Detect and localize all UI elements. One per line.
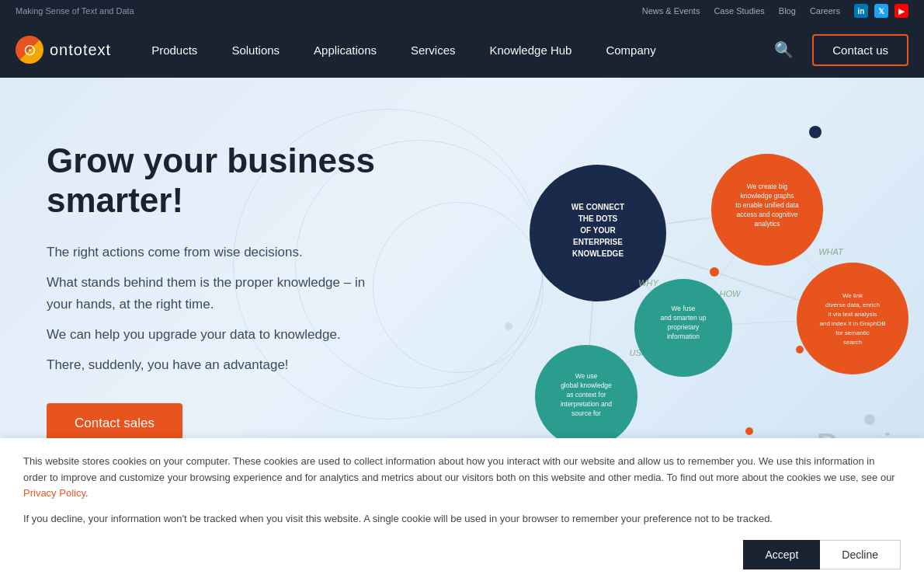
- social-icons: in 𝕏 ▶: [854, 4, 908, 18]
- nav-item-solutions[interactable]: Solutions: [214, 22, 297, 78]
- cookie-text-2: If you decline, your information won't b…: [23, 511, 901, 528]
- svg-text:ENTERPRISE: ENTERPRISE: [573, 238, 623, 246]
- hero-text-1: The right actions come from wise decisio…: [47, 242, 388, 263]
- hero-text-2: What stands behind them is the proper kn…: [47, 272, 388, 314]
- svg-text:and smarten up: and smarten up: [660, 314, 706, 322]
- svg-text:as context for: as context for: [566, 391, 606, 399]
- svg-text:interpretation and: interpretation and: [561, 400, 612, 408]
- cookie-text-1: This website stores cookies on your comp…: [23, 454, 901, 502]
- svg-text:WHAT: WHAT: [818, 247, 844, 256]
- nav-case-studies[interactable]: Case Studies: [714, 6, 764, 16]
- nav-item-applications[interactable]: Applications: [297, 22, 394, 78]
- navbar: ontotext Products Solutions Applications…: [0, 22, 924, 78]
- youtube-icon[interactable]: ▶: [894, 4, 908, 18]
- svg-point-9: [710, 267, 719, 277]
- logo[interactable]: ontotext: [16, 36, 111, 64]
- svg-text:OF YOUR: OF YOUR: [580, 226, 616, 235]
- cookie-accept-button[interactable]: Accept: [743, 540, 820, 569]
- linkedin-icon[interactable]: in: [854, 4, 868, 18]
- svg-text:and index it in GraphDB: and index it in GraphDB: [820, 320, 886, 327]
- nav-right: 🔍 Contact us: [768, 34, 908, 66]
- svg-text:search: search: [843, 339, 862, 346]
- cookie-decline-button[interactable]: Decline: [820, 540, 901, 569]
- svg-text:We create big: We create big: [747, 183, 788, 190]
- nav-blog[interactable]: Blog: [779, 6, 796, 16]
- svg-text:to enable unified data: to enable unified data: [735, 201, 799, 209]
- svg-text:proprietary: proprietary: [668, 323, 700, 331]
- svg-text:diverse data, enrich: diverse data, enrich: [825, 301, 880, 308]
- svg-point-10: [796, 346, 804, 353]
- nav-item-services[interactable]: Services: [394, 22, 473, 78]
- svg-text:WHY: WHY: [638, 278, 658, 287]
- svg-point-14: [505, 322, 512, 330]
- hero-title: Grow your business smarter!: [47, 141, 388, 220]
- top-bar-links: News & Events Case Studies Blog Careers …: [642, 4, 908, 18]
- svg-text:WE CONNECT: WE CONNECT: [571, 203, 624, 211]
- twitter-icon[interactable]: 𝕏: [874, 4, 888, 18]
- nav-news[interactable]: News & Events: [642, 6, 700, 16]
- svg-point-8: [809, 126, 822, 138]
- svg-text:source for: source for: [571, 409, 601, 417]
- tagline: Making Sense of Text and Data: [16, 6, 134, 16]
- svg-text:global knowledge: global knowledge: [561, 381, 612, 389]
- contact-us-button[interactable]: Contact us: [812, 34, 908, 66]
- svg-text:access and cognitive: access and cognitive: [737, 211, 798, 218]
- hero-content: Grow your business smarter! The right ac…: [0, 141, 435, 444]
- search-icon[interactable]: 🔍: [768, 34, 800, 65]
- svg-point-13: [864, 414, 875, 425]
- hero-text-4: There, suddenly, you have an advantage!: [47, 354, 388, 375]
- svg-text:THE DOTS: THE DOTS: [578, 214, 618, 223]
- svg-text:HOW: HOW: [720, 289, 742, 298]
- svg-text:We use: We use: [575, 372, 598, 380]
- nav-links: Products Solutions Applications Services…: [134, 22, 768, 78]
- nav-careers[interactable]: Careers: [810, 6, 840, 16]
- svg-text:KNOWLEDGE: KNOWLEDGE: [572, 249, 624, 258]
- nav-item-company[interactable]: Company: [589, 22, 672, 78]
- nav-item-knowledge-hub[interactable]: Knowledge Hub: [473, 22, 589, 78]
- hero-text-3: We can help you upgrade your data to kno…: [47, 324, 388, 345]
- svg-point-11: [745, 427, 753, 435]
- logo-text: ontotext: [50, 41, 111, 59]
- svg-text:for semantic: for semantic: [835, 329, 870, 336]
- svg-text:We link: We link: [842, 292, 863, 299]
- svg-text:information: information: [667, 333, 700, 340]
- svg-text:analytics: analytics: [754, 220, 780, 228]
- cookie-banner: This website stores cookies on your comp…: [0, 438, 924, 585]
- svg-text:knowledge graphs: knowledge graphs: [741, 192, 794, 200]
- svg-point-25: [711, 154, 823, 266]
- svg-text:We fuse: We fuse: [671, 305, 695, 312]
- privacy-policy-link[interactable]: Privacy Policy: [23, 487, 85, 499]
- svg-point-31: [797, 263, 908, 374]
- svg-text:it via text analysis: it via text analysis: [828, 311, 877, 318]
- nav-item-products[interactable]: Products: [134, 22, 214, 78]
- cookie-buttons: Accept Decline: [23, 540, 901, 569]
- top-bar: Making Sense of Text and Data News & Eve…: [0, 0, 924, 22]
- logo-icon: [16, 36, 43, 64]
